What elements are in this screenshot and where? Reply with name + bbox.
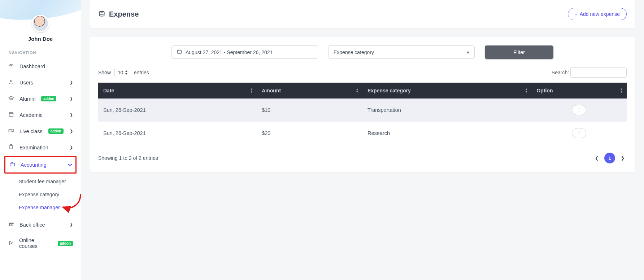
cell-category: Transportation <box>362 99 531 122</box>
gauge-icon <box>8 63 14 70</box>
calendar-icon <box>177 49 182 55</box>
sidebar-item-accounting[interactable]: Accounting ❯ <box>4 156 77 174</box>
svg-rect-1 <box>9 130 12 132</box>
length-suffix: entries <box>134 70 149 75</box>
sidebar-item-live-class[interactable]: Live class addon ❯ <box>4 123 77 139</box>
main: Expense + Add new expense August 27, 202… <box>81 0 644 280</box>
chevron-right-icon: ❯ <box>70 129 73 134</box>
col-option-label: Option <box>536 88 553 93</box>
subnav-student-fee-manager[interactable]: Student fee manager <box>12 175 77 188</box>
filter-button[interactable]: Filter <box>485 45 553 59</box>
nav-list: Dashboard Users ❯ Alumni addon ❯ <box>0 58 81 253</box>
sidebar-item-academic[interactable]: Academic ❯ <box>4 107 77 123</box>
sidebar-item-label: Live class <box>19 128 43 134</box>
store-icon <box>8 111 14 118</box>
cell-amount: $10 <box>257 99 362 122</box>
sort-icon: ▲▼ <box>525 88 528 93</box>
sidebar-item-alumni[interactable]: Alumni addon ❯ <box>4 91 77 106</box>
sidebar-item-label: Academic <box>19 112 43 118</box>
search-control: Search: <box>552 67 627 78</box>
caret-down-icon: ▾ <box>467 49 469 55</box>
add-expense-button[interactable]: + Add new expense <box>568 8 627 20</box>
length-select[interactable]: 10 <box>114 68 130 77</box>
row-options-button[interactable]: ⋮ <box>572 128 586 138</box>
sort-icon: ▲▼ <box>356 88 359 93</box>
sort-icon: ▲▼ <box>250 88 253 93</box>
sidebar-item-label: Accounting <box>21 162 47 168</box>
svg-point-4 <box>99 10 104 12</box>
add-expense-label: Add new expense <box>580 11 620 17</box>
table-row: Sun, 26-Sep-2021 $10 Transportation ⋮ <box>98 99 627 122</box>
cell-date: Sun, 26-Sep-2021 <box>98 99 257 122</box>
dots-vertical-icon: ⋮ <box>576 130 582 136</box>
addon-badge: addon <box>58 241 73 246</box>
row-options-button[interactable]: ⋮ <box>572 105 586 115</box>
filter-row: August 27, 2021 - September 26, 2021 Exp… <box>98 45 627 59</box>
cell-option: ⋮ <box>531 99 627 122</box>
page-prev[interactable]: ❮ <box>593 154 601 162</box>
sidebar-item-label: Back office <box>19 222 45 228</box>
page-title: Expense <box>109 10 139 18</box>
sort-icon: ▲▼ <box>620 88 623 93</box>
page-current[interactable]: 1 <box>604 153 615 163</box>
sidebar-item-label: Online courses <box>19 237 52 249</box>
chevron-right-icon: ❯ <box>70 113 73 117</box>
sidebar-hero: John Doe <box>0 0 81 42</box>
svg-point-0 <box>10 80 12 82</box>
sidebar-item-label: Dashboard <box>19 64 45 69</box>
category-placeholder: Expense category <box>334 49 374 55</box>
sidebar-item-label: Examination <box>19 145 48 150</box>
chevron-down-icon: ❯ <box>68 163 73 166</box>
sidebar-item-examination[interactable]: Examination ❯ <box>4 140 77 155</box>
pager: ❮ 1 ❯ <box>593 153 627 163</box>
svg-rect-3 <box>10 163 14 166</box>
sidebar-item-users[interactable]: Users ❯ <box>4 75 77 90</box>
table-controls: Show 10 entries Search: <box>98 67 627 78</box>
play-icon <box>8 240 14 246</box>
graduation-icon <box>8 95 14 102</box>
plus-icon: + <box>575 11 578 17</box>
cell-amount: $20 <box>257 122 362 145</box>
sidebar-item-label: Users <box>19 80 33 86</box>
sidebar-item-online-courses[interactable]: Online courses addon <box>4 233 77 253</box>
subnav-expense-manager[interactable]: Expense manager <box>12 201 77 214</box>
sidebar: John Doe NAVIGATION Dashboard Users ❯ <box>0 0 81 280</box>
col-date-label: Date <box>103 88 114 93</box>
category-select[interactable]: Expense category ▾ <box>328 45 475 59</box>
search-input[interactable] <box>570 67 627 78</box>
accounting-subnav: Student fee manager Expense category Exp… <box>4 175 77 214</box>
chevron-right-icon: ❯ <box>70 96 73 101</box>
archive-icon <box>8 221 14 228</box>
avatar[interactable] <box>32 15 49 32</box>
chevron-right-icon: ❯ <box>70 80 73 85</box>
col-amount[interactable]: Amount ▲▼ <box>257 83 362 99</box>
col-category[interactable]: Expense category ▲▼ <box>362 83 531 99</box>
page-header: Expense + Add new expense <box>90 0 635 28</box>
page-next[interactable]: ❯ <box>619 154 627 162</box>
subnav-expense-category[interactable]: Expense category <box>12 188 77 201</box>
database-icon <box>98 10 105 18</box>
video-icon <box>8 128 14 135</box>
col-amount-label: Amount <box>262 88 281 93</box>
cell-category: Research <box>362 122 531 145</box>
clipboard-icon <box>8 144 14 151</box>
dots-vertical-icon: ⋮ <box>576 107 582 113</box>
col-date[interactable]: Date ▲▼ <box>98 83 257 99</box>
table-row: Sun, 26-Sep-2021 $20 Research ⋮ <box>98 122 627 145</box>
expense-table: Date ▲▼ Amount ▲▼ Expense category ▲▼ <box>98 83 627 145</box>
user-icon <box>8 79 14 86</box>
table-info: Showing 1 to 2 of 2 entries <box>98 155 158 161</box>
briefcase-icon <box>9 161 16 168</box>
date-range-input[interactable]: August 27, 2021 - September 26, 2021 <box>171 45 318 59</box>
length-control: Show 10 entries <box>98 68 149 77</box>
length-prefix: Show <box>98 70 111 75</box>
search-label: Search: <box>552 70 569 75</box>
sidebar-item-dashboard[interactable]: Dashboard <box>4 58 77 74</box>
table-footer: Showing 1 to 2 of 2 entries ❮ 1 ❯ <box>98 153 627 163</box>
sidebar-item-label: Alumni <box>19 96 35 102</box>
chevron-right-icon: ❯ <box>70 145 73 150</box>
sidebar-item-back-office[interactable]: Back office ❯ <box>4 217 77 232</box>
col-option[interactable]: Option ▲▼ <box>531 83 627 99</box>
addon-badge: addon <box>48 128 64 134</box>
date-range-value: August 27, 2021 - September 26, 2021 <box>186 49 273 55</box>
